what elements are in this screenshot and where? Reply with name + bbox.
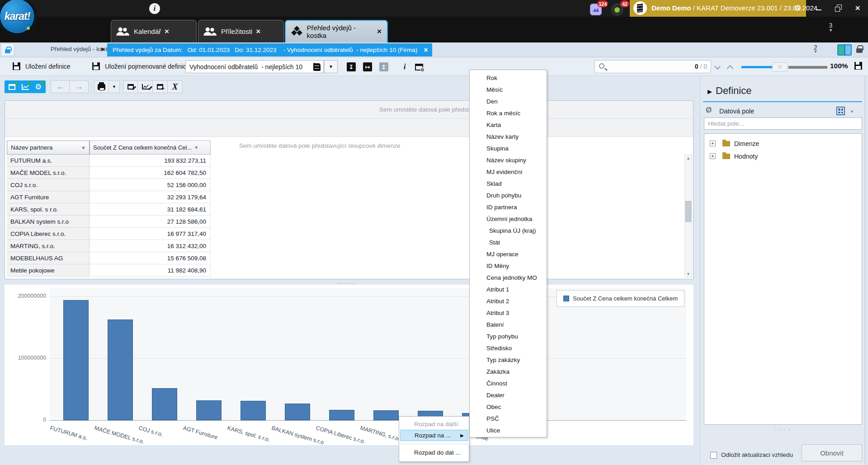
filter-drop-zone[interactable]: Sem umístěte datová pole představující f…	[5, 101, 693, 119]
submenu-item[interactable]: Karta	[470, 119, 547, 131]
submenu-item[interactable]: Název karty	[470, 131, 547, 142]
submenu-item[interactable]: Územní jednotka	[470, 213, 547, 225]
submenu-item[interactable]: ID Měny	[470, 260, 547, 272]
submenu-item[interactable]: Zakázka	[470, 366, 547, 377]
value-cell[interactable]: 162 604 782,50	[90, 167, 211, 179]
edit-chart-button[interactable]	[138, 80, 153, 93]
tab-stack-counter[interactable]: 3	[829, 22, 833, 33]
expand-plus-icon[interactable]	[710, 141, 716, 146]
zoom-slider-track[interactable]	[788, 66, 827, 69]
tab-close-icon[interactable]	[165, 27, 169, 36]
partner-name-cell[interactable]: BALKAN system s.r.o	[7, 216, 90, 228]
value-cell[interactable]: 16 977 317,40	[90, 228, 211, 240]
submenu-item[interactable]: ID partnera	[470, 201, 547, 213]
submenu-item[interactable]: Název skupiny	[470, 154, 547, 166]
minimize-button[interactable]	[815, 5, 823, 12]
definition-combobox[interactable]: Vyhodnocení odběratelů - nejlepších 10	[185, 60, 324, 73]
zoom-slider-track-filled[interactable]	[741, 66, 773, 68]
submenu-item[interactable]: Balení	[470, 319, 547, 330]
scroll-up-icon[interactable]	[685, 155, 692, 161]
submenu-item[interactable]: Druh pohybu	[470, 189, 547, 201]
field-layout-icon[interactable]	[836, 107, 845, 115]
upload-definition-button-disabled[interactable]: ↥	[378, 61, 390, 73]
submenu-item[interactable]: Skupina ÚJ (kraj)	[470, 225, 547, 236]
value-cell[interactable]: 31 182 684,61	[90, 203, 211, 216]
partner-name-cell[interactable]: MOEBELHAUS AG	[7, 252, 90, 264]
chart-view-button[interactable]	[19, 80, 32, 93]
restore-button[interactable]	[835, 5, 843, 12]
partner-name-cell[interactable]: FUTURUM a.s.	[7, 155, 90, 167]
submenu-item[interactable]: Dealer	[470, 389, 547, 401]
panel-collapse-icon[interactable]	[708, 88, 712, 95]
submenu-item[interactable]: Měsíc	[470, 84, 547, 95]
submenu-item[interactable]: Typ zakázky	[470, 354, 547, 366]
bar-6[interactable]	[285, 404, 310, 420]
bar-7[interactable]	[329, 410, 354, 420]
forward-button[interactable]: →	[70, 80, 89, 93]
scrollbar-thumb[interactable]	[685, 201, 691, 222]
tree-item-hodnoty[interactable]: Hodnoty	[704, 150, 862, 163]
column-drop-zone[interactable]: Sem umístěte datová pole představující s…	[5, 119, 693, 137]
tab-close-icon[interactable]	[256, 27, 260, 36]
import-definition-button[interactable]: ↧	[345, 61, 357, 73]
bar-8[interactable]	[373, 410, 399, 420]
partner-name-cell[interactable]: KARS, spol. s r.o.	[7, 203, 90, 216]
edit-table-button[interactable]	[123, 80, 138, 93]
vertical-scrollbar[interactable]	[684, 155, 692, 277]
search-next-chevron-icon[interactable]	[715, 64, 721, 70]
submenu-item[interactable]: Ulice	[470, 424, 547, 436]
submenu-item[interactable]: Cena jednotky MO	[470, 272, 547, 283]
info-icon[interactable]: i	[149, 3, 160, 14]
save-definition-button[interactable]: Uložení definice	[25, 63, 71, 70]
value-cell[interactable]: 16 312 432,00	[90, 240, 211, 252]
tab-close-icon[interactable]	[377, 27, 382, 36]
chevron-down-icon[interactable]	[850, 109, 854, 114]
submenu-item[interactable]: Středisko	[470, 342, 547, 354]
submenu-item[interactable]: Skupina	[470, 142, 547, 154]
save-named-definition-icon[interactable]	[92, 62, 100, 70]
partner-name-cell[interactable]: Meble pokojowe	[7, 264, 90, 277]
notification-alerts-icon[interactable]: 42	[611, 1, 627, 15]
bar-2[interactable]	[108, 319, 133, 420]
submenu-item[interactable]: Rok a měsíc	[470, 107, 547, 119]
refresh-button[interactable]: Obnovit	[802, 444, 862, 461]
submenu-item[interactable]: Sklad	[470, 178, 547, 189]
filter-caret-icon[interactable]	[81, 145, 86, 150]
breadcrumb-counter[interactable]: 2	[814, 44, 817, 54]
submenu-item[interactable]: Atribut 2	[470, 295, 547, 307]
value-cell[interactable]: 32 293 179,64	[90, 191, 211, 203]
submenu-item[interactable]: Den	[470, 95, 547, 107]
bar-5[interactable]	[241, 401, 266, 420]
save-layout-icon[interactable]	[854, 62, 862, 70]
defer-update-checkbox[interactable]	[710, 452, 717, 459]
settings-gear-icon[interactable]	[794, 3, 802, 13]
search-input[interactable]: 0 / 0	[594, 60, 711, 73]
eye-off-icon[interactable]	[706, 106, 712, 115]
save-definition-icon[interactable]	[13, 62, 20, 70]
submenu-item[interactable]: Typ pohybu	[470, 330, 547, 342]
tab-prilezitosti[interactable]: Příležitosti	[198, 20, 284, 42]
value-cell[interactable]: 52 156 000,00	[90, 179, 211, 191]
submenu-item[interactable]: Atribut 1	[470, 283, 547, 295]
settings-view-button[interactable]	[32, 80, 45, 93]
value-cell[interactable]: 193 832 273,11	[90, 155, 211, 167]
layout-panes-icon[interactable]	[837, 44, 852, 56]
notification-messages-icon[interactable]: 124	[590, 1, 605, 15]
submenu-item[interactable]: MJ evidenční	[470, 166, 547, 178]
submenu-item[interactable]: Stát	[470, 236, 547, 248]
breadcrumb-close-icon[interactable]	[424, 46, 428, 54]
print-options-dropdown[interactable]	[109, 80, 120, 93]
horizontal-splitter[interactable]	[0, 279, 693, 285]
field-search-input[interactable]	[704, 117, 862, 130]
definition-info-button[interactable]: i	[399, 61, 410, 73]
export-definition-button[interactable]: ↦	[362, 61, 373, 73]
submenu-item[interactable]: Obec	[470, 401, 547, 413]
submenu-item[interactable]: Atribut 3	[470, 307, 547, 319]
bar-3[interactable]	[152, 388, 177, 420]
panel-resize-grip-icon[interactable]	[700, 426, 865, 432]
value-cell[interactable]: 15 676 509,08	[90, 252, 211, 264]
back-button[interactable]: ←	[51, 80, 70, 93]
submenu-item[interactable]: MJ operace	[470, 248, 547, 260]
table-view-button[interactable]	[5, 80, 19, 93]
grid-settings-button[interactable]	[413, 61, 425, 73]
